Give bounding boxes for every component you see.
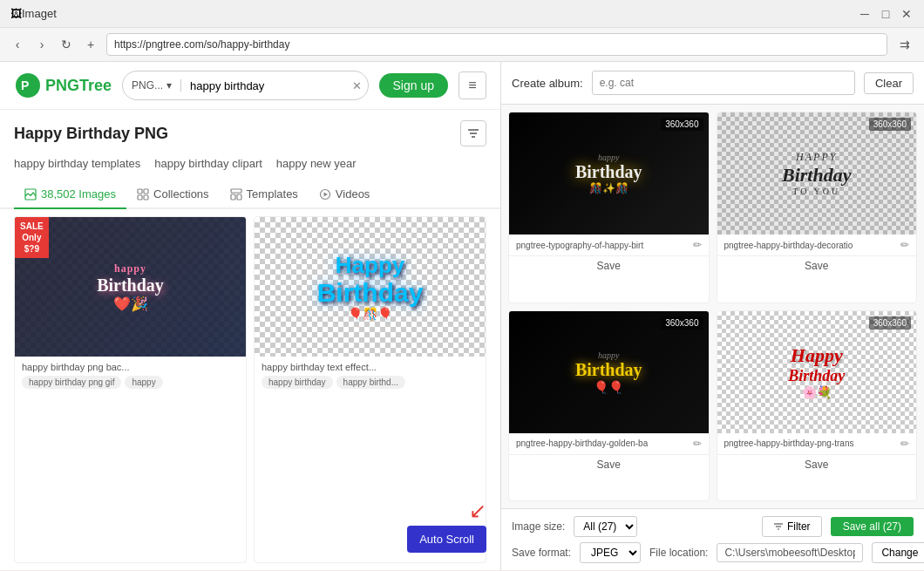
forward-button[interactable]: › <box>33 36 51 53</box>
app-title: Imaget <box>22 7 858 20</box>
list-item[interactable]: happy Birthday 🎊✨🎊 360x360 pngtree-typog… <box>508 112 710 303</box>
tab-images[interactable]: 38,502 Images <box>14 180 126 209</box>
page-title: Happy Birthday PNG <box>14 125 168 143</box>
bottom-controls: Image size: All (27) Filter Save all (27… <box>501 508 924 570</box>
right-card-info: pngtree-happy-birthday-golden-ba ✏ <box>509 433 709 454</box>
search-type-chevron: ▾ <box>166 79 172 92</box>
menu-button[interactable]: ≡ <box>459 71 486 99</box>
image-tag[interactable]: happy <box>125 376 162 389</box>
list-item[interactable]: happy Birthday ❤️🎉 SALE Only $?9 happy b… <box>14 216 247 563</box>
tab-images-label: 38,502 Images <box>41 187 116 201</box>
reload-button[interactable]: ↻ <box>58 36 75 53</box>
size-filter-row: Image size: All (27) Filter Save all (27… <box>512 516 914 537</box>
templates-tab-icon <box>230 188 242 201</box>
tab-videos[interactable]: Videos <box>309 180 381 209</box>
scroll-indicator: ↙ <box>469 499 486 527</box>
save-format-label: Save format: <box>512 547 571 559</box>
search-clear-icon[interactable]: ✕ <box>345 79 368 92</box>
signup-button[interactable]: Sign up <box>379 73 448 98</box>
image-tag[interactable]: happy birthday <box>262 376 333 389</box>
videos-tab-icon <box>319 188 331 201</box>
page-title-area: Happy Birthday PNG <box>0 110 500 153</box>
edit-icon[interactable]: ✏ <box>693 438 702 450</box>
resolution-badge: 360x360 <box>661 118 703 131</box>
filter-icon <box>466 126 480 140</box>
related-link-newyear[interactable]: happy new year <box>276 157 357 170</box>
edit-icon[interactable]: ✏ <box>693 239 702 251</box>
clear-button[interactable]: Clear <box>864 72 914 94</box>
image-tag[interactable]: happy birthd... <box>336 376 405 389</box>
edit-icon[interactable]: ✏ <box>900 438 909 450</box>
resolution-badge: 360x360 <box>869 118 911 131</box>
filter-icon <box>773 521 784 532</box>
image-tags: happy birthday happy birthd... <box>262 376 479 389</box>
save-button[interactable]: Save <box>717 454 917 474</box>
album-name-input[interactable] <box>592 71 855 95</box>
window-controls: ─ □ ✕ <box>858 7 914 21</box>
edit-icon[interactable]: ✏ <box>900 239 909 251</box>
image-name: happy birthday text effect... <box>262 362 479 372</box>
tab-templates[interactable]: Templates <box>220 180 309 209</box>
svg-rect-7 <box>144 189 148 194</box>
search-type-selector[interactable]: PNG... ▾ <box>123 79 181 92</box>
image-grid: happy Birthday ❤️🎉 SALE Only $?9 happy b… <box>0 209 500 570</box>
logo: P PNGTree <box>14 71 112 99</box>
file-location-label: File location: <box>649 547 708 559</box>
save-all-button[interactable]: Save all (27) <box>831 517 914 536</box>
svg-rect-10 <box>231 189 241 193</box>
search-input[interactable] <box>181 79 345 92</box>
change-location-button[interactable]: Change <box>872 542 924 563</box>
image-size-select[interactable]: All (27) <box>574 516 637 537</box>
save-button[interactable]: Save <box>509 255 709 275</box>
format-location-row: Save format: JPEG File location: Change … <box>512 542 914 563</box>
filter-button[interactable]: Filter <box>762 516 822 537</box>
image-filename: pngtree-happy-birthday-golden-ba <box>516 438 690 448</box>
image-filename: pngtree-happy-birthday-png-trans <box>724 438 898 448</box>
back-button[interactable]: ‹ <box>9 36 26 53</box>
logo-icon: P <box>14 71 42 99</box>
list-item[interactable]: Happy Birthday 🎈🎊🎈 happy birthday text e… <box>254 216 486 563</box>
close-button[interactable]: ✕ <box>900 7 914 21</box>
main-layout: P PNGTree PNG... ▾ ✕ 🔍 Sign up ≡ Happy B… <box>0 62 924 570</box>
related-searches: happy birthday templates happy birthday … <box>0 153 500 180</box>
search-type-label: PNG... <box>132 79 163 92</box>
browser-chrome: ‹ › ↻ + ⇉ <box>0 28 924 62</box>
list-item[interactable]: Happy Birthday 🌸💐 360x360 pngtree-happy-… <box>717 310 918 502</box>
save-button[interactable]: Save <box>717 255 917 275</box>
tab-templates-label: Templates <box>247 187 298 201</box>
format-select[interactable]: JPEG <box>580 542 641 563</box>
svg-rect-8 <box>138 195 142 200</box>
tabs-bar: 38,502 Images Collections Templates <box>0 180 500 209</box>
svg-rect-6 <box>138 189 142 194</box>
extension-icon[interactable]: ⇉ <box>894 34 915 55</box>
filter-toggle-button[interactable] <box>460 120 486 146</box>
image-filename: pngtree-happy-birthday-decoratio <box>724 241 898 250</box>
sale-badge: SALE Only $?9 <box>15 217 49 258</box>
resolution-badge: 360x360 <box>661 316 703 330</box>
save-button[interactable]: Save <box>509 454 709 474</box>
right-card-info: pngtree-typography-of-happy-birt ✏ <box>509 235 709 255</box>
right-panel: Create album: Clear happy Birthday 🎊✨🎊 <box>501 62 924 570</box>
list-item[interactable]: happy Birthday 🎈🎈 360x360 pngtree-happy-… <box>508 310 710 502</box>
svg-rect-12 <box>237 194 241 200</box>
file-location-input[interactable] <box>717 543 863 562</box>
tab-collections[interactable]: Collections <box>126 180 220 209</box>
titlebar: 🖼 Imaget ─ □ ✕ <box>0 0 924 28</box>
new-tab-button[interactable]: + <box>82 36 99 53</box>
list-item[interactable]: HAPPY Birthday TO YOU 360x360 pngtree-ha… <box>717 112 918 303</box>
auto-scroll-button[interactable]: Auto Scroll <box>407 526 486 553</box>
right-card-info: pngtree-happy-birthday-png-trans ✏ <box>717 433 917 454</box>
app-icon: 🖼 <box>10 7 22 20</box>
image-size-label: Image size: <box>512 520 565 533</box>
svg-marker-14 <box>323 192 328 196</box>
create-album-label: Create album: <box>512 77 583 90</box>
resolution-badge: 360x360 <box>869 316 911 330</box>
address-bar[interactable] <box>106 33 887 56</box>
related-link-clipart[interactable]: happy birthday clipart <box>154 157 262 170</box>
related-link-templates[interactable]: happy birthday templates <box>14 157 140 170</box>
image-tag[interactable]: happy birthday png gif <box>22 376 121 389</box>
tab-videos-label: Videos <box>336 187 370 201</box>
image-name: happy birthday png bac... <box>22 362 239 372</box>
maximize-button[interactable]: □ <box>879 7 893 21</box>
minimize-button[interactable]: ─ <box>858 7 872 21</box>
